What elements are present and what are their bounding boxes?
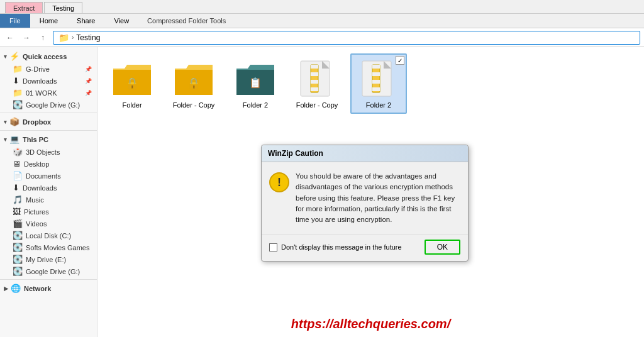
winzip-caution-dialog: WinZip Caution ! You should be aware of … [261,145,469,262]
thispc-icon: 💻 [9,135,19,144]
file-icon-folder-copy: 🔒 [174,58,214,99]
title-tab-extract[interactable]: Extract [5,2,43,13]
sidebar-item-downloads[interactable]: ⬇ Downloads 📌 [0,75,97,87]
sidebar-section-dropbox[interactable]: ▾ 📦 Dropbox [0,115,97,128]
ribbon-tab-home[interactable]: Home [30,14,67,28]
sidebar-item-01work[interactable]: 📁 01 WORK 📌 [0,87,97,99]
3d-icon: 🎲 [13,147,23,157]
up-button[interactable]: ↑ [36,31,49,44]
quick-access-label: Quick access [23,53,67,60]
sidebar-item-googledrive-qa-label: Google Drive (G:) [26,101,80,109]
divider-1 [0,113,97,113]
file-item-folder[interactable]: 🔒 Folder [104,53,160,114]
sidebar-section-network[interactable]: ▶ 🌐 Network [0,282,97,295]
sidebar-item-localdisk[interactable]: 💽 Local Disk (C:) [0,229,97,241]
path-arrow: › [72,34,74,41]
svg-rect-20 [372,72,380,76]
documents-icon: 📄 [13,171,23,180]
folder-icon: 📁 [13,64,23,74]
softsmovies-icon: 💽 [13,243,23,252]
folder-icon-2: 📁 [13,88,23,97]
dialog-title-bar: WinZip Caution [262,145,468,162]
address-path[interactable]: 📁 › Testing [53,31,640,45]
ribbon-tabs: File Home Share View Compressed Folder T… [0,14,644,28]
svg-rect-19 [372,65,380,69]
sidebar-item-pictures[interactable]: 🖼 Pictures [0,206,97,218]
url-watermark: https://alltechqueries.com/ [291,317,450,331]
sidebar-item-documents-label: Documents [26,172,61,180]
sidebar-item-googledrive-g-label: Google Drive (G:) [26,268,80,275]
ribbon-tab-file[interactable]: File [0,14,30,28]
path-current: Testing [76,33,100,42]
file-icon-zip2 [358,58,399,99]
file-label-folder-copy: Folder - Copy [173,101,215,109]
sidebar-item-videos[interactable]: 🎬 Videos [0,218,97,229]
videos-icon: 🎬 [13,219,23,228]
sidebar-item-downloads-pc[interactable]: ⬇ Downloads [0,182,97,194]
sidebar-item-mydrive-label: My Drive (E:) [26,256,66,263]
sidebar-item-3dobjects[interactable]: 🎲 3D Objects [0,146,97,158]
dialog-checkbox-label: Don't display this message in the future [281,243,402,251]
svg-text:🔒: 🔒 [187,77,201,91]
file-icon-folder: 🔒 [112,58,152,99]
sidebar-section-quick-access[interactable]: ▾ ⚡ Quick access [0,50,97,63]
sidebar-item-softsmovies[interactable]: 💽 Softs Movies Games [0,241,97,253]
svg-rect-13 [311,72,318,76]
ribbon-tab-view[interactable]: View [104,14,138,28]
sidebar-item-mydrive[interactable]: 💽 My Drive (E:) [0,253,97,265]
main-layout: ▾ ⚡ Quick access 📁 G-Drive 📌 ⬇ Downloads… [0,47,644,337]
ribbon-tab-compressed-folder-tools[interactable]: Compressed Folder Tools [138,14,235,28]
pin-icon-3: 📌 [85,90,92,96]
divider-2 [0,130,97,131]
drive-icon: 💽 [13,100,23,109]
file-item-zip1[interactable]: Folder - Copy [289,53,345,114]
dialog-footer: Don't display this message in the future… [262,234,468,261]
desktop-icon: 🖥 [13,159,21,168]
sidebar-item-softsmovies-label: Softs Movies Games [26,244,89,251]
pin-icon: 📌 [85,66,92,72]
sidebar-item-pictures-label: Pictures [24,208,49,216]
sidebar-item-music[interactable]: 🎵 Music [0,194,97,206]
dialog-ok-button[interactable]: OK [425,240,460,255]
address-bar: ← → ↑ 📁 › Testing [0,28,644,47]
file-label-folder: Folder [122,101,142,109]
path-segment: 📁 › Testing [58,33,100,43]
sidebar-item-music-label: Music [26,196,44,204]
sidebar-item-googledrive-g[interactable]: 💽 Google Drive (G:) [0,265,97,277]
sidebar-item-documents[interactable]: 📄 Documents [0,170,97,182]
network-icon: 🌐 [11,284,21,293]
ribbon-tab-share[interactable]: Share [67,14,104,28]
sidebar-item-01work-label: 01 WORK [26,89,57,97]
sidebar-section-thispc[interactable]: ▾ 💻 This PC [0,133,97,146]
future-display-checkbox[interactable] [269,243,277,251]
forward-button[interactable]: → [20,31,33,44]
sidebar-item-googledrive-qa[interactable]: 💽 Google Drive (G:) [0,99,97,111]
chevron-network-icon: ▶ [4,285,8,292]
back-button[interactable]: ← [4,31,16,44]
dialog-message: You should be aware of the advantages an… [296,171,460,225]
file-area: 🔒 Folder 🔒 Folder - Copy [97,47,644,337]
file-item-folder-copy[interactable]: 🔒 Folder - Copy [165,53,222,114]
dropbox-label: Dropbox [23,118,51,126]
file-label-zip2: Folder 2 [366,101,391,109]
svg-text:🔒: 🔒 [125,77,140,91]
dialog-title: WinZip Caution [268,149,323,158]
file-item-folder2[interactable]: 📋 Folder 2 [227,53,284,114]
sidebar-item-desktop-label: Desktop [24,160,49,168]
file-icon-zip1 [297,58,337,99]
downloads-pc-icon: ⬇ [13,183,19,192]
pictures-icon: 🖼 [13,207,21,216]
sidebar-item-gdrive-label: G-Drive [26,65,50,73]
sidebar-item-gdrive[interactable]: 📁 G-Drive 📌 [0,63,97,75]
title-bar: Extract Testing [0,0,644,14]
quick-access-icon: ⚡ [9,52,19,61]
file-label-zip1: Folder - Copy [296,101,338,109]
chevron-dropbox-icon: ▾ [4,119,7,125]
sidebar-item-desktop[interactable]: 🖥 Desktop [0,158,97,170]
sidebar-item-downloads-pc-label: Downloads [23,184,57,192]
title-tab-testing[interactable]: Testing [44,2,82,13]
file-item-zip2[interactable]: ✓ Folder 2 [350,53,407,114]
googledrive-g-icon: 💽 [13,267,23,276]
sidebar: ▾ ⚡ Quick access 📁 G-Drive 📌 ⬇ Downloads… [0,47,97,337]
svg-rect-15 [311,87,318,91]
